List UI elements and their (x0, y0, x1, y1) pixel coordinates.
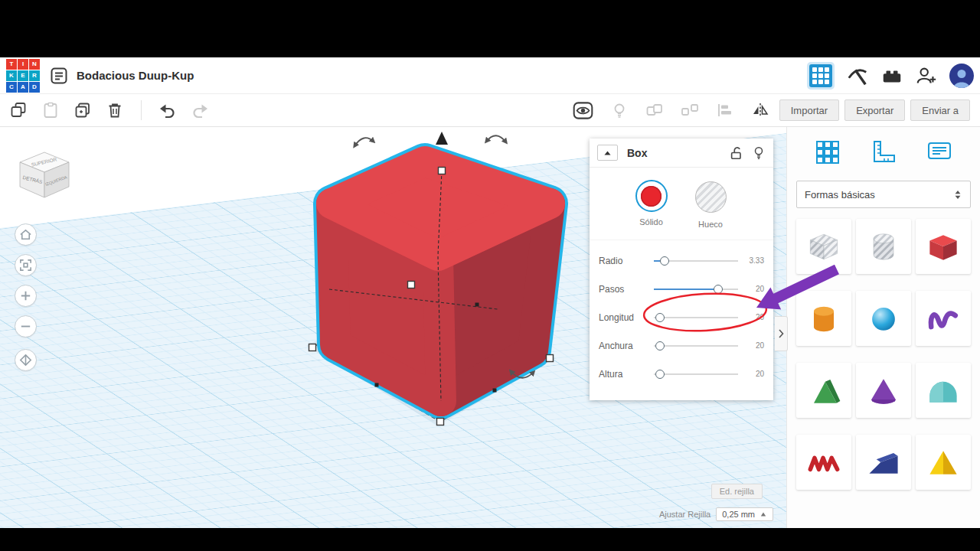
shape-box[interactable] (916, 219, 971, 274)
pasos-label: Pasos (599, 284, 654, 295)
pasos-value: 20 (738, 285, 764, 293)
shape-pyramid[interactable] (916, 435, 971, 490)
shape-cylinder-hole[interactable] (856, 219, 911, 274)
show-all-eye-icon[interactable] (573, 100, 593, 121)
slider-radio: Radio 3.33 (599, 246, 764, 275)
duplicate-icon[interactable] (74, 101, 92, 119)
radio-slider-track[interactable] (654, 256, 738, 266)
group-icon[interactable] (645, 101, 664, 119)
fit-view-button[interactable] (15, 254, 37, 276)
snap-grid-label: Ajustar Rejilla (659, 510, 710, 519)
design-title[interactable]: Bodacious Duup-Kup (77, 69, 194, 82)
shape-inspector-panel: Box Sólido Hueco Radio (590, 139, 773, 400)
material-hole-option[interactable]: Hueco (694, 180, 728, 229)
mirror-icon[interactable] (751, 101, 769, 119)
chevron-right-icon (778, 329, 784, 338)
altura-slider-track[interactable] (654, 369, 738, 380)
anchura-slider-track[interactable] (654, 341, 738, 351)
material-solid-option[interactable]: Sólido (635, 180, 668, 229)
home-view-button[interactable] (15, 223, 37, 246)
shape-wedge[interactable] (856, 435, 911, 490)
shape-grid (787, 208, 980, 490)
longitud-slider-track[interactable] (654, 312, 738, 323)
align-icon[interactable] (716, 101, 734, 119)
dashboard-tiles-button[interactable] (807, 62, 835, 90)
logo-tile: I (18, 59, 28, 70)
anchura-slider-knob[interactable] (655, 341, 665, 350)
tinkercad-logo[interactable]: T I N K E R C A D (6, 59, 40, 93)
redo-icon[interactable] (191, 101, 209, 119)
solid-swatch (635, 180, 668, 212)
shape-round-roof[interactable] (916, 363, 971, 418)
logo-tile: K (6, 70, 17, 81)
shape-sphere[interactable] (856, 291, 911, 346)
pasos-slider-knob[interactable] (714, 285, 723, 294)
snap-grid-value: 0,25 mm (722, 510, 755, 519)
snap-grid-select[interactable]: 0,25 mm (716, 507, 773, 521)
zoom-out-button[interactable] (15, 315, 37, 337)
ruler-tool-icon[interactable] (866, 136, 901, 168)
altura-slider-knob[interactable] (655, 370, 665, 379)
zoom-in-button[interactable] (15, 285, 37, 307)
send-to-button[interactable]: Enviar a (910, 99, 970, 121)
edit-toolbar: Importar Exportar Enviar a (0, 93, 980, 127)
shape-name-label: Box (627, 147, 647, 159)
undo-icon[interactable] (158, 101, 177, 119)
minecraft-pickaxe-icon[interactable] (846, 64, 869, 87)
logo-tile: T (6, 59, 17, 70)
unlock-icon[interactable] (729, 145, 744, 161)
view-controls (15, 223, 37, 371)
shape-box-hole[interactable] (796, 219, 851, 274)
ungroup-icon[interactable] (681, 101, 699, 119)
longitud-slider-knob[interactable] (655, 313, 665, 322)
anchura-value: 20 (738, 341, 764, 350)
longitud-label: Longitud (599, 312, 654, 323)
shape-cylinder[interactable] (796, 291, 851, 346)
copy-icon[interactable] (9, 101, 28, 119)
altura-value: 20 (738, 370, 764, 378)
shape-parameters: Radio 3.33 Pasos 20 Longitud 20 Anchura (590, 240, 773, 400)
triangle-up-icon (603, 148, 612, 158)
shape-category-select[interactable]: Formas básicas (796, 181, 971, 208)
tinkercad-app: T I N K E R C A D Bodacious Duup-Kup (0, 57, 980, 528)
pasos-slider-track[interactable] (654, 284, 738, 295)
user-avatar[interactable] (949, 64, 974, 88)
slider-anchura: Anchura 20 (599, 331, 764, 360)
radio-value: 3.33 (738, 256, 764, 265)
logo-tile: E (18, 70, 28, 81)
category-value: Formas básicas (805, 189, 875, 201)
radio-slider-knob[interactable] (660, 256, 669, 266)
delete-icon[interactable] (106, 101, 124, 119)
import-button[interactable]: Importar (779, 99, 839, 121)
export-button[interactable]: Exportar (844, 99, 905, 121)
sidebar-collapse-handle[interactable] (775, 316, 788, 351)
lightbulb-icon[interactable] (610, 101, 629, 119)
collapse-inspector-button[interactable] (597, 145, 618, 161)
lightbulb-icon[interactable] (752, 145, 766, 161)
workplane-tool-icon[interactable] (810, 136, 845, 168)
paste-icon[interactable] (41, 101, 60, 119)
altura-label: Altura (599, 369, 654, 380)
logo-tile: A (18, 82, 28, 93)
perspective-toggle-button[interactable] (15, 349, 37, 371)
spinner-icon (953, 189, 962, 201)
shape-scribble[interactable] (916, 291, 971, 346)
logo-tile: R (29, 70, 40, 81)
material-options: Sólido Hueco (590, 168, 773, 240)
design-list-icon[interactable] (49, 66, 69, 86)
brick-icon[interactable] (880, 64, 903, 87)
invite-person-icon[interactable] (915, 64, 938, 87)
radio-label: Radio (599, 256, 654, 266)
shape-text[interactable] (796, 435, 851, 490)
shape-library-sidebar: Formas básicas (786, 127, 980, 528)
notes-tool-icon[interactable] (922, 136, 957, 168)
slider-pasos: Pasos 20 (599, 275, 764, 303)
hole-label: Hueco (698, 220, 723, 229)
logo-tile: D (29, 82, 40, 93)
hole-swatch (695, 181, 727, 213)
caret-up-icon (760, 511, 767, 517)
shape-cone[interactable] (856, 363, 911, 418)
logo-tile: C (6, 82, 17, 93)
shape-roof[interactable] (796, 363, 851, 418)
edit-grid-button[interactable]: Ed. rejilla (711, 484, 763, 499)
